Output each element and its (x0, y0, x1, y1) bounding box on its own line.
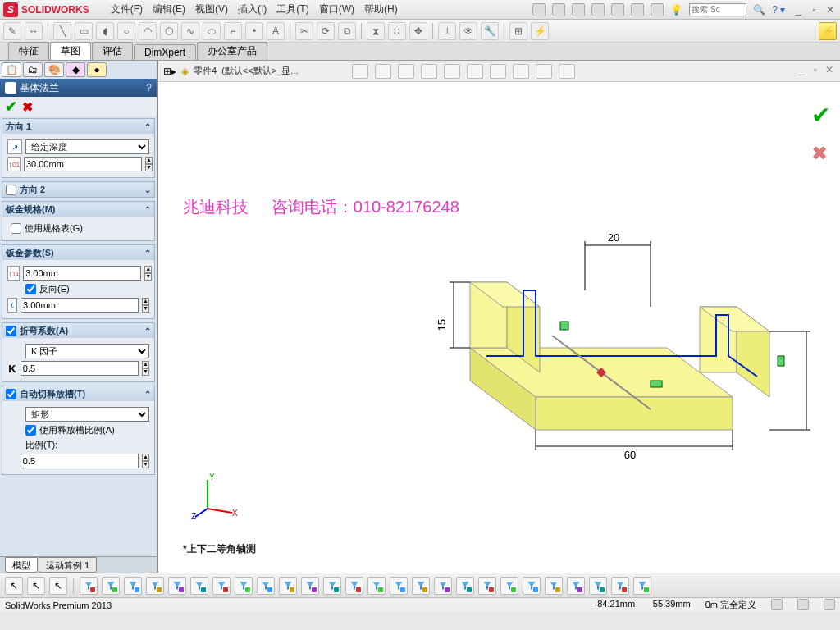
rect-icon[interactable]: ▭ (75, 22, 93, 40)
reverse-direction-icon[interactable]: ↗ (7, 139, 22, 154)
filter-icon-17[interactable] (456, 577, 474, 595)
thickness-spinner[interactable]: ▲▼ (144, 266, 152, 281)
graphics-area[interactable]: ⊞▸ ◈ 零件4 (默认<<默认>_显... _ ▫ ✕ (158, 61, 840, 573)
k-spinner[interactable]: ▲▼ (142, 361, 149, 376)
view-settings-icon[interactable] (559, 64, 575, 79)
search-go-icon[interactable]: 🔍 (753, 4, 765, 16)
arc-icon[interactable]: ◠ (139, 22, 157, 40)
filter-icon-23[interactable] (589, 577, 607, 595)
filter-icon-25[interactable] (633, 577, 651, 595)
filter-icon-8[interactable] (257, 577, 275, 595)
use-relief-ratio-checkbox[interactable] (25, 425, 36, 436)
hide-show-icon[interactable] (490, 64, 506, 79)
convert-icon[interactable]: ⟳ (317, 22, 335, 40)
filter-icon-5[interactable] (190, 577, 208, 595)
confirm-cancel-icon[interactable]: ✖ (811, 142, 830, 165)
mirror-icon[interactable]: ⧗ (367, 22, 385, 40)
previous-view-icon[interactable] (398, 64, 414, 79)
ratio-spinner[interactable]: ▲▼ (142, 454, 149, 468)
depth-spinner[interactable]: ▲▼ (145, 157, 153, 171)
smart-dim-icon[interactable]: ↔ (25, 22, 43, 40)
confirm-ok-icon[interactable]: ✔ (811, 102, 830, 129)
tab-dimxpert[interactable]: DimXpert (134, 44, 196, 60)
doc-close-icon[interactable]: ✕ (825, 64, 833, 75)
group-gauge-header[interactable]: 钣金规格(M) ⌃ (2, 202, 154, 217)
fillet-icon[interactable]: ⌐ (224, 22, 242, 40)
relief-type-select[interactable]: 矩形 (25, 407, 149, 422)
undo-icon[interactable] (611, 3, 624, 16)
auto-relief-checkbox[interactable] (6, 389, 16, 399)
close-button[interactable]: ✕ (824, 4, 837, 16)
filter-icon-21[interactable] (545, 577, 563, 595)
save-icon[interactable] (572, 3, 585, 16)
group-direction2-header[interactable]: 方向 2 ⌄ (2, 182, 154, 197)
repair-icon[interactable]: 🔧 (481, 22, 499, 40)
menu-window[interactable]: 窗口(W) (314, 2, 359, 16)
minimize-button[interactable]: _ (792, 4, 805, 16)
appearance-tab-icon[interactable]: ◆ (66, 62, 85, 77)
print-icon[interactable] (591, 3, 605, 16)
filter-icon-24[interactable] (611, 577, 629, 595)
render-tab-icon[interactable]: ● (87, 62, 107, 77)
reverse-thickness-checkbox[interactable] (25, 284, 36, 294)
rapid-sketch-icon[interactable]: ⚡ (531, 22, 549, 40)
direction2-checkbox[interactable] (6, 185, 16, 195)
select-other-icon[interactable]: ↖ (27, 577, 45, 595)
trim-icon[interactable]: ✂ (295, 22, 313, 40)
menu-tools[interactable]: 工具(T) (272, 2, 313, 16)
options-icon[interactable] (651, 3, 664, 16)
display-tab-icon[interactable]: 🎨 (44, 62, 64, 77)
restore-button[interactable]: ▫ (808, 4, 821, 16)
edit-appearance-icon[interactable] (513, 64, 529, 79)
ellipse-icon[interactable]: ⬭ (203, 22, 221, 40)
group-params-header[interactable]: 钣金参数(S) ⌃ (2, 245, 154, 260)
pattern-icon[interactable]: ∷ (388, 22, 406, 40)
help-dropdown-icon[interactable]: ? ▾ (772, 4, 785, 16)
line-icon[interactable]: ╲ (53, 22, 71, 40)
circle-icon[interactable]: ○ (117, 22, 135, 40)
rebuild-icon[interactable] (631, 3, 644, 16)
filter-icon-2[interactable] (124, 577, 142, 595)
filter-icon-3[interactable] (146, 577, 164, 595)
search-input[interactable] (689, 3, 746, 16)
group-relief-header[interactable]: 自动切释放槽(T) ⌃ (2, 386, 154, 401)
tab-motion[interactable]: 运动算例 1 (39, 557, 97, 573)
display-style-icon[interactable] (467, 64, 483, 79)
relief-ratio-input[interactable] (21, 454, 139, 468)
filter-icon-11[interactable] (323, 577, 341, 595)
bend-type-select[interactable]: K 因子 (25, 344, 149, 358)
filter-icon-15[interactable] (412, 577, 430, 595)
orientation-triad[interactable]: Y X Z (191, 472, 240, 523)
tab-office[interactable]: 办公室产品 (197, 42, 267, 60)
open-icon[interactable] (552, 3, 565, 16)
filter-icon-19[interactable] (500, 577, 518, 595)
k-factor-input[interactable] (21, 361, 139, 376)
polygon-icon[interactable]: ⬡ (160, 22, 178, 40)
offset-icon[interactable]: ⧉ (338, 22, 356, 40)
filter-icon-14[interactable] (390, 577, 408, 595)
sketch-icon[interactable]: ✎ (3, 22, 21, 40)
menu-edit[interactable]: 编辑(E) (148, 2, 190, 16)
section-view-icon[interactable] (421, 64, 437, 79)
move-icon[interactable]: ✥ (409, 22, 427, 40)
group-bend-header[interactable]: 折弯系数(A) ⌃ (2, 323, 154, 338)
zoom-area-icon[interactable] (375, 64, 391, 79)
bend-radius-input[interactable] (21, 298, 139, 313)
filter-icon-13[interactable] (368, 577, 386, 595)
apply-scene-icon[interactable] (536, 64, 552, 79)
filter-icon-16[interactable] (434, 577, 452, 595)
filter-icon-20[interactable] (523, 577, 541, 595)
pm-help-icon[interactable]: ? (146, 82, 152, 94)
filter-icon-18[interactable] (478, 577, 496, 595)
filter-icon-12[interactable] (345, 577, 363, 595)
tab-model[interactable]: 模型 (5, 557, 38, 573)
doc-restore-icon[interactable]: ▫ (814, 64, 817, 75)
radius-spinner[interactable]: ▲▼ (142, 298, 149, 313)
instant3d-icon[interactable]: ⚡ (819, 22, 837, 40)
tab-sketch[interactable]: 草图 (50, 42, 91, 60)
pm-tab-icon[interactable]: 📋 (2, 62, 21, 77)
slot-icon[interactable]: ◖ (96, 22, 114, 40)
filter-icon-9[interactable] (279, 577, 297, 595)
use-gauge-table-checkbox[interactable] (11, 223, 21, 234)
filter-icon-0[interactable] (80, 577, 98, 595)
